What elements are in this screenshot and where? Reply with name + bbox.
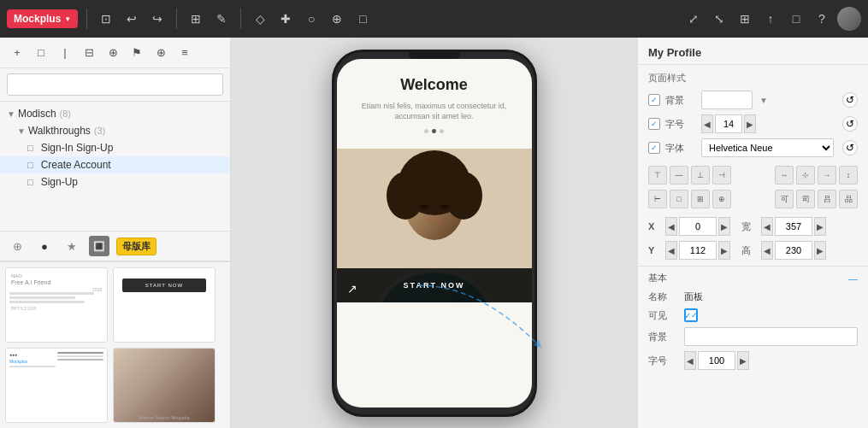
y-increment[interactable]: ▶ bbox=[718, 241, 730, 260]
fontsize-checkbox[interactable] bbox=[648, 118, 660, 130]
list-tool-btn[interactable]: ≡ bbox=[174, 43, 195, 63]
alignment-row-1: ⊤ — ⊥ ⊣ ↔ ⊹ → ↕ bbox=[638, 163, 868, 187]
edit-icon[interactable]: ✎ bbox=[211, 9, 232, 29]
bg-swatch[interactable] bbox=[701, 91, 753, 109]
upload-icon[interactable]: ↑ bbox=[760, 9, 781, 29]
thumb-item-2[interactable]: START NOW bbox=[113, 267, 216, 343]
toolbar-divider-2 bbox=[176, 9, 177, 29]
align-hcenter-btn[interactable]: → bbox=[818, 166, 836, 185]
fontsize-input[interactable] bbox=[715, 114, 742, 133]
mubanku-badge[interactable]: 母版库 bbox=[116, 237, 156, 255]
thumb-tab-star[interactable]: ★ bbox=[62, 236, 82, 256]
dist-h-btn[interactable]: ↔ bbox=[775, 166, 794, 185]
fontsize-increment[interactable]: ▶ bbox=[744, 114, 756, 133]
y-decrement[interactable]: ◀ bbox=[665, 241, 677, 260]
fit-btn[interactable]: ↕ bbox=[839, 166, 858, 185]
grid-icon[interactable]: ⊞ bbox=[735, 9, 755, 29]
bg-dropdown-icon[interactable]: ▼ bbox=[759, 96, 768, 105]
visible-checkbox[interactable]: ✓ bbox=[684, 308, 698, 322]
share-icon[interactable]: ⤢ bbox=[683, 9, 704, 29]
tree-label-modisch: Modisch bbox=[18, 108, 56, 120]
align-left-btn[interactable]: ⊢ bbox=[648, 190, 667, 208]
add-tool-btn[interactable]: + bbox=[7, 43, 27, 63]
target-icon[interactable]: ⊕ bbox=[327, 9, 347, 29]
undo-icon[interactable]: ↩ bbox=[121, 9, 142, 29]
avatar-icon[interactable] bbox=[837, 7, 861, 31]
h-increment[interactable]: ▶ bbox=[814, 241, 826, 260]
fontface-select[interactable]: Helvetica Neue Arial Georgia bbox=[701, 138, 834, 157]
tree-item-create-account[interactable]: □ Create Account bbox=[0, 156, 230, 173]
thumb-tab-circle[interactable]: ● bbox=[34, 236, 55, 256]
component-tool-btn[interactable]: ⊟ bbox=[79, 43, 99, 63]
redo-icon[interactable]: ↪ bbox=[147, 9, 168, 29]
tree-item-signup[interactable]: □ Sign-Up bbox=[0, 173, 230, 191]
logo-button[interactable]: Mockplus ▼ bbox=[7, 9, 78, 28]
flag-tool-btn[interactable]: ⚑ bbox=[127, 43, 147, 63]
x-row: X ◀ ▶ 宽 ◀ ▶ bbox=[638, 214, 868, 238]
search-tool-btn[interactable]: ⊕ bbox=[103, 43, 123, 63]
fontface-checkbox[interactable] bbox=[648, 142, 660, 154]
thumb-item-1[interactable]: NAO Free A.I Friend 2018 PPT 5.2 23.8 bbox=[5, 267, 108, 343]
dist-v-btn[interactable]: ⊹ bbox=[796, 166, 815, 185]
fontsize-decrement[interactable]: ◀ bbox=[701, 114, 713, 133]
canvas-area[interactable]: Welcome Etiam nisl felis, maximus ut con… bbox=[231, 38, 637, 428]
rect-icon[interactable]: □ bbox=[352, 9, 373, 29]
basic-collapse-btn[interactable]: — bbox=[848, 273, 858, 284]
basic-fontsize-increment[interactable]: ▶ bbox=[737, 351, 749, 370]
snap-c-btn[interactable]: 吕 bbox=[818, 190, 836, 208]
align-r2-btn[interactable]: □ bbox=[670, 190, 688, 208]
snap-h-btn[interactable]: 可 bbox=[775, 190, 794, 208]
tree-arrow-walkthroughs: ▼ bbox=[17, 126, 26, 136]
fontsize-reset-btn[interactable]: ↺ bbox=[842, 116, 858, 132]
help-icon[interactable]: ? bbox=[812, 9, 832, 29]
align-bottom-btn[interactable]: ⊥ bbox=[691, 166, 710, 185]
save-icon[interactable]: ⊡ bbox=[96, 9, 116, 29]
name-label: 名称 bbox=[648, 290, 679, 303]
line-tool-btn[interactable]: | bbox=[55, 43, 75, 63]
x-label: X bbox=[648, 221, 660, 232]
network-icon[interactable]: ⤡ bbox=[709, 9, 729, 29]
window-icon[interactable]: □ bbox=[786, 9, 806, 29]
w-decrement[interactable]: ◀ bbox=[761, 217, 773, 236]
phone-mockup: Welcome Etiam nisl felis, maximus ut con… bbox=[332, 50, 537, 417]
snap-d-btn[interactable]: 品 bbox=[839, 190, 858, 208]
tree-item-signin[interactable]: □ Sign-In Sign-Up bbox=[0, 139, 230, 156]
phone-notch bbox=[409, 52, 460, 59]
thumb-tab-layers[interactable]: ⊕ bbox=[7, 236, 27, 256]
basic-fontsize-input[interactable] bbox=[698, 351, 735, 370]
tree-item-modisch[interactable]: ▼ Modisch (8) bbox=[0, 105, 230, 122]
x-decrement[interactable]: ◀ bbox=[665, 217, 677, 236]
snap-v-btn[interactable]: 司 bbox=[796, 190, 815, 208]
tree-label-create-account: Create Account bbox=[41, 159, 111, 171]
y-input[interactable] bbox=[679, 241, 717, 260]
basic-fontsize-decrement[interactable]: ◀ bbox=[684, 351, 696, 370]
component-icon[interactable]: ⊞ bbox=[186, 9, 206, 29]
bg-reset-btn[interactable]: ↺ bbox=[842, 92, 858, 108]
x-increment[interactable]: ▶ bbox=[718, 217, 730, 236]
fontface-reset-btn[interactable]: ↺ bbox=[842, 140, 858, 155]
align-top-btn[interactable]: ⊤ bbox=[648, 166, 667, 185]
tree-item-walkthroughs[interactable]: ▼ Walkthroughs (3) bbox=[0, 122, 230, 139]
layer-search-input[interactable] bbox=[7, 73, 223, 96]
rect-tool-btn[interactable]: □ bbox=[31, 43, 51, 63]
thumb-item-4[interactable]: Mason Martin Megalia bbox=[113, 348, 216, 423]
svg-point-4 bbox=[387, 172, 424, 220]
align-vcenter-btn[interactable]: — bbox=[670, 166, 688, 185]
right-panel: My Profile 页面样式 背景 ▼ ↺ 字号 ◀ ▶ ↺ 字体 bbox=[637, 38, 868, 428]
bg-checkbox[interactable] bbox=[648, 94, 660, 106]
align-bl-btn[interactable]: ⊞ bbox=[691, 190, 710, 208]
h-input[interactable] bbox=[775, 241, 812, 260]
circle-icon[interactable]: ○ bbox=[301, 9, 322, 29]
h-decrement[interactable]: ◀ bbox=[761, 241, 773, 260]
shape-icon[interactable]: ◇ bbox=[250, 9, 270, 29]
plus-icon[interactable]: ✚ bbox=[275, 9, 296, 29]
thumb-item-3[interactable]: ●●● Mockplus bbox=[5, 348, 108, 423]
w-input[interactable] bbox=[775, 217, 812, 236]
thumb-tab-grid[interactable]: 🔳 bbox=[89, 236, 109, 256]
x-input[interactable] bbox=[679, 217, 717, 236]
align-right-btn[interactable]: ⊣ bbox=[712, 166, 731, 185]
align-br-btn[interactable]: ⊕ bbox=[712, 190, 731, 208]
w-increment[interactable]: ▶ bbox=[814, 217, 826, 236]
import-tool-btn[interactable]: ⊕ bbox=[151, 43, 171, 63]
basic-bg-swatch[interactable] bbox=[684, 327, 858, 346]
